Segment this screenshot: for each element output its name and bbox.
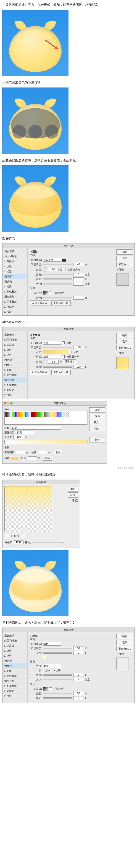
style-item-satin[interactable]: □ 光泽 <box>3 284 27 289</box>
style-item-stroke[interactable]: □ 描边 <box>3 653 27 658</box>
blend-select[interactable]: 正常 <box>43 341 61 345</box>
window-min-icon[interactable] <box>7 402 9 404</box>
style-item-blending[interactable]: 混合选项 <box>3 332 27 337</box>
style-item-contour[interactable]: □ 等高线 <box>3 643 27 648</box>
style-list[interactable]: 混合选项 斜面和浮雕 □ 等高线 □ 纹理 □ 描边 内阴影 内发光 □ 光泽 … <box>2 332 28 399</box>
contour-picker[interactable] <box>43 291 48 295</box>
choke-input[interactable]: 0 <box>73 277 84 281</box>
antialias-checkbox[interactable] <box>49 291 52 294</box>
new-style-button[interactable]: 新建样式... <box>117 262 133 267</box>
style-item-stroke[interactable]: □ 描边 <box>3 352 27 358</box>
jitter-slider[interactable] <box>43 698 73 699</box>
reset-default-button[interactable]: 复位为默认值 <box>51 301 71 306</box>
cancel-button[interactable]: 取消 <box>68 492 78 498</box>
distance-input[interactable]: 3 <box>73 273 84 276</box>
size-input[interactable]: 4 <box>73 282 84 286</box>
style-item-texture[interactable]: □ 纹理 <box>3 264 27 269</box>
preview-checkbox[interactable]: ✓ 预览 <box>117 268 133 271</box>
delete-stop-button[interactable]: 删除 <box>54 450 63 455</box>
style-item-inner-shadow[interactable]: 内阴影 <box>3 358 27 363</box>
source-center-radio[interactable]: ○ <box>43 669 44 672</box>
reset-default-button[interactable]: 复位为默认值 <box>51 370 71 375</box>
blend-select[interactable]: 滤色 <box>43 642 61 646</box>
radius-input[interactable]: 12.0 <box>13 540 24 544</box>
style-item-pattern-overlay[interactable]: □ 图案叠加 <box>3 299 27 304</box>
noise-slider[interactable] <box>43 652 73 654</box>
antialias-checkbox[interactable] <box>49 687 52 690</box>
style-item-bevel[interactable]: 斜面和浮雕 <box>3 254 27 259</box>
align-checkbox[interactable] <box>62 355 64 358</box>
style-item-outer-glow[interactable]: □ 外发光 <box>3 304 27 309</box>
range-input[interactable]: 50 <box>73 692 84 695</box>
dither-checkbox[interactable] <box>62 341 64 344</box>
angle-dial[interactable] <box>43 360 47 364</box>
style-item-drop-shadow[interactable]: □ 投影 <box>3 393 27 398</box>
style-item-bevel[interactable]: 斜面和浮雕 <box>3 638 27 643</box>
style-item-outer-glow[interactable]: □ 外发光 <box>3 689 27 694</box>
style-item-blending[interactable]: 混合选项 <box>3 633 27 638</box>
blend-select[interactable]: 正片叠底 <box>43 258 61 261</box>
method-select[interactable]: 柔和 <box>43 664 61 668</box>
opacity-slider[interactable] <box>43 648 73 649</box>
set-default-button[interactable]: 设置为默认值 <box>30 301 49 306</box>
reverse-checkbox[interactable] <box>69 351 72 353</box>
reset-align-button[interactable]: 重置对齐 <box>63 359 76 364</box>
style-item-texture[interactable]: □ 纹理 <box>3 347 27 352</box>
name-input[interactable] <box>11 426 61 430</box>
size-input[interactable]: 4 <box>73 678 84 681</box>
cancel-button[interactable]: 取消 <box>117 256 133 261</box>
style-item-color-overlay[interactable]: □ 颜色叠加 <box>3 289 27 294</box>
style-item-blending[interactable]: 混合选项 <box>3 249 27 254</box>
noise-input[interactable]: 0 <box>73 296 84 300</box>
style-item-inner-glow[interactable]: 内发光 <box>3 363 27 368</box>
style-item-contour[interactable]: □ 等高线 <box>3 259 27 264</box>
preview-checkbox[interactable]: ✓ 预览 <box>68 499 78 503</box>
style-list[interactable]: 混合选项 斜面和浮雕 □ 等高线 □ 纹理 □ 描边 内阴影 内发光 □ 光泽 … <box>2 632 28 703</box>
set-default-button[interactable]: 设置为默认值 <box>30 370 49 375</box>
style-item-texture[interactable]: □ 纹理 <box>3 648 27 653</box>
style-item-drop-shadow[interactable]: □ 投影 <box>3 694 27 699</box>
new-style-button[interactable]: 新建样式... <box>117 646 133 651</box>
size-slider[interactable] <box>43 283 73 284</box>
size-slider[interactable] <box>43 679 73 680</box>
opacity-slider[interactable] <box>43 264 73 265</box>
style-item-inner-shadow[interactable]: 内阴影 <box>3 274 27 279</box>
noise-slider[interactable] <box>43 297 73 299</box>
preview-checkbox[interactable]: ✓ 预览 <box>117 351 133 355</box>
distance-slider[interactable] <box>43 274 73 275</box>
preset-grid[interactable] <box>4 411 87 425</box>
opacity-input[interactable]: 100 <box>73 346 84 349</box>
window-close-icon[interactable] <box>4 402 6 404</box>
cancel-button[interactable]: 取消 <box>117 640 133 645</box>
style-item-inner-glow[interactable]: 内发光 <box>3 663 27 669</box>
global-light-checkbox[interactable] <box>63 268 66 271</box>
load-button[interactable]: 载入... <box>89 420 105 425</box>
opacity-slider[interactable] <box>43 347 73 348</box>
style-item-inner-glow[interactable]: 内发光 <box>3 279 27 284</box>
style-item-drop-shadow[interactable]: □ 投影 <box>3 309 27 314</box>
gradient-preview[interactable] <box>43 350 68 354</box>
angle-input[interactable]: 64 <box>48 360 59 364</box>
scale-slider[interactable] <box>43 366 73 368</box>
source-edge-radio[interactable]: ● <box>53 669 55 672</box>
save-button[interactable]: 存储... <box>89 426 105 431</box>
preview-checkbox[interactable]: ✓ 预览 <box>117 652 133 656</box>
contour-picker[interactable] <box>43 687 48 691</box>
ok-button[interactable]: 确定 <box>68 486 78 492</box>
style-item-grad-overlay[interactable]: 渐变叠加 <box>3 378 27 383</box>
delete-stop-button[interactable]: 删除 <box>43 456 52 461</box>
choke-slider[interactable] <box>43 674 73 676</box>
gradient-bar[interactable] <box>4 440 87 444</box>
stop-opacity-input[interactable] <box>16 451 25 454</box>
window-max-icon[interactable] <box>10 402 12 404</box>
angle-input[interactable]: 90 <box>48 268 59 271</box>
new-style-button[interactable]: 新建样式... <box>117 345 133 350</box>
ok-button[interactable]: 确定 <box>117 333 133 338</box>
stop-pos-input[interactable] <box>28 457 37 460</box>
jitter-input[interactable]: 0 <box>73 696 84 700</box>
cancel-button[interactable]: 取消 <box>89 414 105 419</box>
style-item-inner-shadow[interactable]: 内阴影 <box>3 658 27 663</box>
style-item-contour[interactable]: □ 等高线 <box>3 342 27 347</box>
style-item-pattern-overlay[interactable]: □ 图案叠加 <box>3 684 27 689</box>
noise-input[interactable]: 0 <box>73 651 84 655</box>
